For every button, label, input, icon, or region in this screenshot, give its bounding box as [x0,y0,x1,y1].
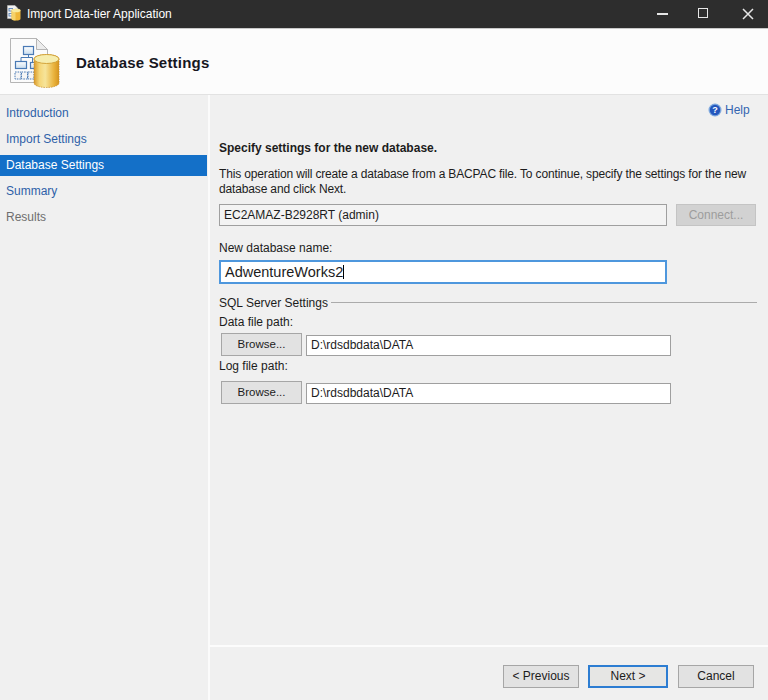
svg-text:?: ? [712,105,718,115]
